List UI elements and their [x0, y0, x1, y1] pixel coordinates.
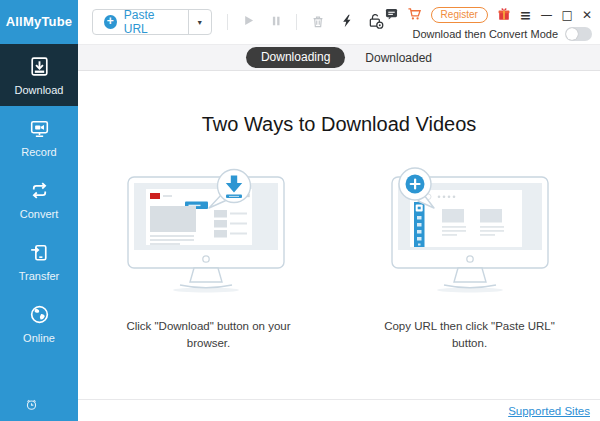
lock-eye-icon — [367, 12, 385, 32]
main-area: + Paste URL ▼ — [78, 0, 600, 421]
gift-icon — [497, 10, 511, 24]
record-icon — [27, 116, 52, 141]
download-icon — [27, 54, 52, 79]
scheduler-clock-icon[interactable] — [24, 397, 78, 412]
pause-icon — [269, 14, 283, 31]
tab-downloading[interactable]: Downloading — [246, 47, 345, 68]
toolbar-divider — [227, 14, 228, 30]
content-area: Two Ways to Download Videos — [78, 71, 600, 399]
convert-icon — [27, 178, 52, 203]
method-caption: Copy URL then click "Paste URL" button. — [372, 318, 567, 353]
sidebar-item-label: Transfer — [19, 270, 60, 282]
sidebar-item-download[interactable]: Download — [0, 44, 78, 106]
sidebar-item-transfer[interactable]: Transfer — [0, 230, 78, 292]
sidebar-item-label: Download — [15, 84, 64, 96]
sidebar-item-label: Online — [23, 332, 55, 344]
transfer-controls — [227, 12, 385, 32]
method-paste-url: Copy URL then click "Paste URL" button. — [339, 164, 600, 353]
app-logo: AllMyTube — [0, 0, 78, 44]
sidebar-item-online[interactable]: Online — [0, 292, 78, 354]
sidebar-item-convert[interactable]: Convert — [0, 168, 78, 230]
promotion-button[interactable] — [497, 7, 511, 24]
maximize-button[interactable]: □ — [562, 8, 573, 22]
supported-sites-link[interactable]: Supported Sites — [508, 405, 590, 417]
sidebar-item-label: Record — [21, 146, 56, 158]
convert-mode-row: Download then Convert Mode — [412, 27, 592, 41]
menu-button[interactable]: ≡ — [520, 8, 532, 22]
tab-strip: Downloading Downloaded — [78, 44, 600, 71]
method-browser-download: Click "Download" button on your browser. — [78, 164, 339, 353]
register-button[interactable]: Register — [431, 7, 488, 23]
lightning-icon — [339, 13, 354, 32]
online-globe-icon — [27, 302, 52, 327]
convert-mode-toggle[interactable] — [565, 27, 592, 41]
maximize-icon: □ — [562, 8, 573, 22]
resume-button[interactable] — [241, 13, 256, 31]
transfer-icon — [27, 240, 52, 265]
convert-mode-label: Download then Convert Mode — [412, 28, 558, 40]
app-window: AllMyTube Download — [0, 0, 600, 421]
methods-row: Click "Download" button on your browser. — [78, 164, 600, 353]
hamburger-icon: ≡ — [520, 7, 532, 23]
toolbar-right: Register ≡ — □ — [385, 4, 600, 41]
minimize-icon: — — [541, 8, 553, 22]
paste-url-dropdown-button[interactable]: ▼ — [188, 10, 211, 34]
page-title: Two Ways to Download Videos — [78, 113, 600, 136]
feedback-button[interactable] — [385, 8, 398, 23]
sidebar: AllMyTube Download — [0, 0, 78, 421]
toolbar-divider — [296, 14, 297, 30]
browser-download-illustration — [123, 164, 295, 300]
sidebar-item-label: Convert — [20, 208, 59, 220]
cart-icon — [407, 10, 422, 24]
tab-downloaded[interactable]: Downloaded — [365, 51, 432, 65]
pause-button[interactable] — [269, 14, 283, 31]
close-button[interactable]: ✕ — [582, 8, 592, 22]
plus-icon: + — [104, 15, 117, 29]
sidebar-footer — [0, 397, 78, 421]
method-caption: Click "Download" button on your browser. — [111, 318, 306, 353]
paste-url-button[interactable]: + Paste URL — [93, 10, 188, 34]
toolbar: + Paste URL ▼ — [78, 0, 600, 44]
paste-url-illustration — [384, 164, 556, 300]
sidebar-item-record[interactable]: Record — [0, 106, 78, 168]
speed-mode-button[interactable] — [339, 13, 354, 32]
delete-button[interactable] — [310, 13, 326, 32]
private-mode-button[interactable] — [367, 12, 385, 32]
caret-down-icon: ▼ — [196, 19, 203, 26]
feedback-icon — [385, 9, 398, 23]
minimize-button[interactable]: — — [541, 8, 553, 22]
close-icon: ✕ — [582, 8, 592, 22]
paste-url-split-button: + Paste URL ▼ — [92, 9, 212, 35]
play-icon — [241, 13, 256, 31]
store-button[interactable] — [407, 7, 422, 24]
trash-icon — [310, 13, 326, 32]
toggle-knob — [566, 28, 578, 40]
window-controls: Register ≡ — □ — [385, 8, 592, 23]
paste-url-label: Paste URL — [124, 8, 177, 36]
footer-bar: Supported Sites — [78, 399, 600, 421]
